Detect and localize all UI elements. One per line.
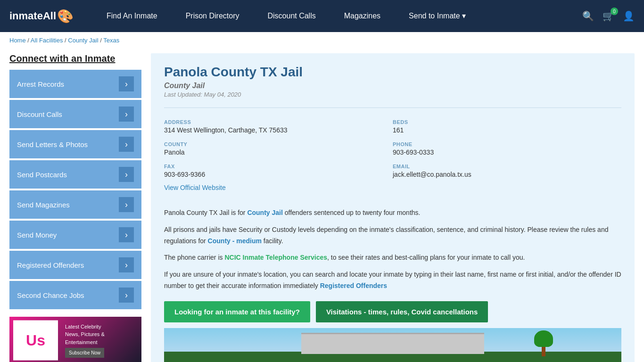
- sidebar-arrow-magazines: ›: [119, 197, 134, 212]
- county-medium-link[interactable]: County - medium: [208, 237, 262, 245]
- cta-buttons: Looking for an inmate at this facility? …: [164, 301, 621, 322]
- detail-phone: PHONE 903-693-0333: [393, 138, 621, 160]
- logo-icon: 🎨: [57, 8, 74, 24]
- detail-email: EMAIL jack.ellett@co.panola.tx.us: [393, 160, 621, 182]
- facility-details: ADDRESS 314 West Wellington, Carthage, T…: [164, 107, 621, 195]
- logo-text: inmateAll: [9, 10, 56, 22]
- sidebar-arrow-money: ›: [119, 227, 134, 242]
- nav-discount-calls[interactable]: Discount Calls: [253, 0, 330, 32]
- cart-badge: 0: [611, 8, 618, 15]
- sidebar-arrow-jobs: ›: [119, 288, 134, 303]
- search-icon[interactable]: 🔍: [582, 10, 594, 22]
- tree-top: [534, 330, 553, 347]
- sidebar-arrow-letters: ›: [119, 137, 134, 152]
- facility-type: County Jail: [164, 82, 621, 90]
- breadcrumb-home[interactable]: Home: [9, 37, 26, 44]
- sidebar-item-arrest-records[interactable]: Arrest Records ›: [9, 70, 141, 98]
- image-building: [301, 333, 484, 354]
- breadcrumb-county-jail[interactable]: County Jail: [68, 37, 98, 44]
- detail-fax: FAX 903-693-9366: [164, 160, 393, 182]
- facility-description: Panola County TX Jail is for County Jail…: [164, 203, 621, 292]
- find-inmate-cta-button[interactable]: Looking for an inmate at this facility?: [164, 301, 310, 322]
- breadcrumb-state[interactable]: Texas: [103, 37, 119, 44]
- ad-text: Latest Celebrity News, Pictures & Entert…: [61, 319, 108, 362]
- nav-prison-directory[interactable]: Prison Directory: [172, 0, 254, 32]
- facility-card: Panola County TX Jail County Jail Last U…: [151, 53, 635, 362]
- visitations-cta-button[interactable]: Visitations - times, rules, Covid cancel…: [316, 301, 488, 322]
- facility-title: Panola County TX Jail: [164, 65, 621, 80]
- sidebar-item-send-magazines[interactable]: Send Magazines ›: [9, 190, 141, 219]
- nav-send-to-inmate[interactable]: Send to Inmate ▾: [395, 0, 480, 32]
- detail-beds: BEDS 161: [393, 115, 621, 138]
- breadcrumb-all-facilities[interactable]: All Facilities: [31, 37, 63, 44]
- ad-logo: Us: [13, 321, 58, 361]
- logo[interactable]: inmateAll 🎨: [9, 8, 74, 24]
- county-jail-link[interactable]: County Jail: [247, 209, 282, 216]
- registered-offenders-link[interactable]: Registered Offenders: [320, 282, 387, 289]
- sidebar: Connect with an Inmate Arrest Records › …: [9, 53, 141, 362]
- sidebar-item-send-money[interactable]: Send Money ›: [9, 221, 141, 249]
- facility-last-updated: Last Updated: May 04, 2020: [164, 91, 621, 98]
- tree-trunk: [542, 347, 545, 356]
- main-content: Connect with an Inmate Arrest Records › …: [0, 49, 644, 362]
- detail-county: COUNTY Panola: [164, 138, 393, 160]
- sidebar-item-discount-calls[interactable]: Discount Calls ›: [9, 100, 141, 128]
- sidebar-title: Connect with an Inmate: [9, 53, 141, 64]
- navigation: inmateAll 🎨 Find An Inmate Prison Direct…: [0, 0, 644, 32]
- detail-website: View Official Website: [164, 182, 621, 195]
- sidebar-item-registered-offenders[interactable]: Registered Offenders ›: [9, 251, 141, 279]
- facility-image: [164, 328, 621, 362]
- sidebar-item-second-chance-jobs[interactable]: Second Chance Jobs ›: [9, 281, 141, 309]
- sidebar-advertisement[interactable]: Us Latest Celebrity News, Pictures & Ent…: [9, 317, 141, 362]
- nav-links: Find An Inmate Prison Directory Discount…: [92, 0, 582, 32]
- sidebar-arrow-offenders: ›: [119, 257, 134, 272]
- nav-right: 🔍 🛒 0 👤: [582, 10, 635, 22]
- sidebar-arrow-postcards: ›: [119, 167, 134, 182]
- image-tree: [534, 330, 553, 354]
- nav-find-inmate[interactable]: Find An Inmate: [92, 0, 172, 32]
- official-website-link[interactable]: View Official Website: [164, 184, 226, 191]
- account-icon[interactable]: 👤: [623, 10, 635, 22]
- ad-subscribe-button[interactable]: Subscribe Now: [65, 348, 104, 358]
- nav-magazines[interactable]: Magazines: [330, 0, 395, 32]
- breadcrumb: Home / All Facilities / County Jail / Te…: [0, 32, 644, 49]
- ncic-link[interactable]: NCIC Inmate Telephone Services: [224, 254, 327, 261]
- sidebar-item-send-postcards[interactable]: Send Postcards ›: [9, 160, 141, 189]
- detail-address: ADDRESS 314 West Wellington, Carthage, T…: [164, 115, 393, 138]
- sidebar-item-send-letters[interactable]: Send Letters & Photos ›: [9, 130, 141, 158]
- sidebar-arrow-arrest: ›: [119, 76, 134, 91]
- cart-icon[interactable]: 🛒 0: [603, 10, 614, 22]
- sidebar-arrow-discount: ›: [119, 107, 134, 122]
